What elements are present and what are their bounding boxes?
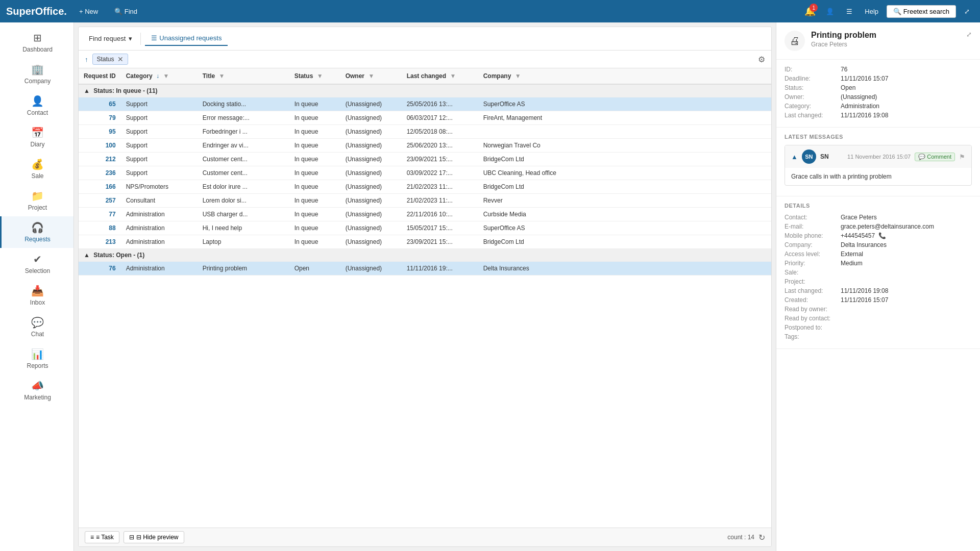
table-row[interactable]: 95 Support Forbedringer i ... In queue (…	[79, 125, 771, 139]
cell-category: Support	[121, 139, 198, 153]
toolbar: Find request ▾ ☰ Unassigned requests	[79, 27, 771, 51]
detail-last-changed: Last changed: 11/11/2016 19:08	[785, 112, 972, 119]
table-row[interactable]: 88 Administration Hi, I need help In que…	[79, 221, 771, 235]
hide-preview-button[interactable]: ⊟ ⊟ Hide preview	[124, 531, 184, 543]
company-icon: 🏢	[31, 63, 44, 76]
messages-section-title: LATEST MESSAGES	[785, 134, 972, 140]
col-status[interactable]: Status ▼	[289, 68, 340, 84]
sidebar-item-chat[interactable]: 💬 Chat	[0, 311, 74, 343]
col-last-changed[interactable]: Last changed ▼	[402, 68, 478, 84]
cell-last-changed: 11/11/2016 19:...	[402, 262, 478, 276]
table-wrapper: Request ID Category ↓ ▼ Title ▼	[79, 68, 771, 528]
find-request-button[interactable]: Find request ▾	[85, 33, 136, 44]
preview-details: DETAILS Contact: Grace Peters E-mail: gr…	[776, 196, 980, 349]
main: Find request ▾ ☰ Unassigned requests ↑ S…	[74, 22, 776, 551]
col-request-id[interactable]: Request ID	[79, 68, 121, 84]
table-row[interactable]: 213 Administration Laptop In queue (Unas…	[79, 235, 771, 249]
sidebar-item-sale[interactable]: 💰 Sale	[0, 153, 74, 185]
cell-last-changed: 23/09/2021 15:...	[402, 235, 478, 249]
cell-owner: (Unassigned)	[340, 166, 402, 180]
detail-tags: Tags:	[785, 333, 972, 340]
collapse-message-icon[interactable]: ▲	[791, 153, 798, 161]
detail-access-value: External	[841, 251, 972, 258]
col-company[interactable]: Company ▼	[478, 68, 771, 84]
preview-basic-details: ID: 76 Deadline: 11/11/2016 15:07 Status…	[776, 60, 980, 128]
logo-text: SuperOffice.	[6, 6, 67, 17]
owner-filter-icon[interactable]: ▼	[368, 72, 374, 80]
message-tag: 💬 Comment	[915, 153, 955, 161]
menu-button[interactable]: ☰	[842, 6, 856, 17]
sidebar-label-contact: Contact	[27, 109, 48, 116]
user-avatar[interactable]: 👤	[822, 6, 838, 17]
sidebar-item-project[interactable]: 📁 Project	[0, 185, 74, 216]
detail-sale-value	[841, 269, 972, 276]
sidebar-item-dashboard[interactable]: ⊞ Dashboard	[0, 27, 74, 58]
sidebar-label-company: Company	[24, 78, 51, 85]
topnav: SuperOffice. + New 🔍 Find 🔔 1 👤 ☰ Help 🔍…	[0, 0, 980, 22]
cell-company: FireAnt, Management	[478, 111, 771, 125]
cell-category: Administration	[121, 221, 198, 235]
sidebar-item-company[interactable]: 🏢 Company	[0, 58, 74, 90]
sidebar-item-contact[interactable]: 👤 Contact	[0, 90, 74, 121]
col-title[interactable]: Title ▼	[198, 68, 289, 84]
cell-category: Administration	[121, 262, 198, 276]
refresh-button[interactable]: ↻	[758, 533, 765, 542]
group-open-collapse-icon[interactable]: ▲	[84, 252, 90, 259]
flag-icon[interactable]: ⚑	[959, 153, 965, 161]
category-sort-icon: ↓	[156, 72, 159, 80]
diary-icon: 📅	[31, 127, 44, 139]
reports-icon: 📊	[31, 348, 44, 360]
company-filter-icon[interactable]: ▼	[515, 72, 521, 80]
help-button[interactable]: Help	[861, 6, 883, 17]
last-changed-filter-icon[interactable]: ▼	[450, 72, 456, 80]
table-row[interactable]: 79 Support Error message:... In queue (U…	[79, 111, 771, 125]
status-filter-tag[interactable]: Status ✕	[92, 54, 128, 65]
sidebar-label-sale: Sale	[31, 172, 43, 180]
table-row[interactable]: 257 Consultant Lorem dolor si... In queu…	[79, 194, 771, 208]
sidebar-item-selection[interactable]: ✔ Selection	[0, 248, 74, 280]
group-label-open: Status: Open - (1)	[93, 252, 144, 259]
table-row[interactable]: 212 Support Customer cent... In queue (U…	[79, 153, 771, 166]
table-row[interactable]: 65 Support Docking statio... In queue (U…	[79, 97, 771, 111]
title-filter-icon[interactable]: ▼	[218, 72, 225, 80]
group-collapse-icon[interactable]: ▲	[84, 87, 90, 94]
table-row[interactable]: 236 Support Customer cent... In queue (U…	[79, 166, 771, 180]
task-icon: ≡	[90, 534, 94, 541]
cell-status: In queue	[289, 125, 340, 139]
col-category[interactable]: Category ↓ ▼	[121, 68, 198, 84]
expand-icon[interactable]: ⤢	[966, 31, 972, 38]
cell-company: Curbside Media	[478, 208, 771, 221]
cell-title: Est dolor irure ...	[198, 180, 289, 194]
cell-last-changed: 03/09/2022 17:...	[402, 166, 478, 180]
request-area: Find request ▾ ☰ Unassigned requests ↑ S…	[78, 27, 772, 547]
sidebar-item-marketing[interactable]: 📣 Marketing	[0, 374, 74, 406]
find-button[interactable]: 🔍 Find	[110, 6, 141, 17]
table-row[interactable]: 166 NPS/Promoters Est dolor irure ... In…	[79, 180, 771, 194]
table-row[interactable]: 76 Administration Printing problem Open …	[79, 262, 771, 276]
detail-tags-value	[841, 333, 972, 340]
hide-preview-icon: ⊟	[129, 534, 134, 541]
sidebar-item-reports[interactable]: 📊 Reports	[0, 343, 74, 374]
detail-id: ID: 76	[785, 66, 972, 73]
sidebar-item-inbox[interactable]: 📥 Inbox	[0, 280, 74, 311]
freetext-search-button[interactable]: 🔍 Freetext search	[887, 5, 956, 18]
new-button[interactable]: + New	[75, 6, 102, 17]
sidebar-item-diary[interactable]: 📅 Diary	[0, 121, 74, 153]
detail-sale: Sale:	[785, 269, 972, 276]
cell-last-changed: 21/02/2023 11:...	[402, 180, 478, 194]
detail-last-changed-2-value: 11/11/2016 19:08	[841, 287, 972, 294]
category-filter-icon[interactable]: ▼	[163, 72, 169, 80]
group-label-in-queue: Status: In queue - (11)	[93, 87, 157, 94]
expand-button[interactable]: ⤢	[960, 6, 974, 17]
notifications-button[interactable]: 🔔 1	[802, 4, 818, 19]
table-row[interactable]: 77 Administration USB charger d... In qu…	[79, 208, 771, 221]
sidebar-item-requests[interactable]: 🎧 Requests	[0, 216, 74, 248]
task-button[interactable]: ≡ ≡ Task	[85, 531, 119, 543]
filter-settings-icon[interactable]: ⚙	[758, 55, 765, 64]
filter-tag-remove[interactable]: ✕	[117, 55, 124, 63]
sidebar-label-chat: Chat	[31, 331, 44, 338]
col-owner[interactable]: Owner ▼	[340, 68, 402, 84]
table-row[interactable]: 100 Support Endringer av vi... In queue …	[79, 139, 771, 153]
view-tab-unassigned[interactable]: ☰ Unassigned requests	[145, 31, 228, 46]
status-filter-icon[interactable]: ▼	[317, 72, 323, 80]
